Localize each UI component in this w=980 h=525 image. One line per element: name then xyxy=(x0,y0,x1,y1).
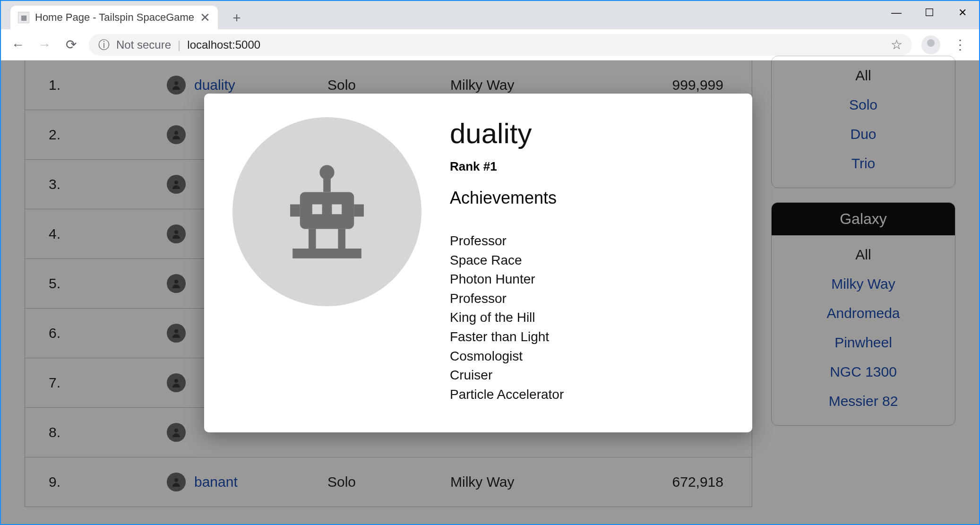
svg-rect-13 xyxy=(354,204,364,216)
forward-button[interactable]: → xyxy=(36,37,53,52)
profile-modal: duality Rank #1 Achievements ProfessorSp… xyxy=(204,94,752,432)
address-divider: | xyxy=(178,38,181,52)
reload-button[interactable]: ⟳ xyxy=(62,37,79,52)
svg-rect-14 xyxy=(312,204,322,214)
profile-avatar-icon[interactable] xyxy=(921,35,940,54)
browser-tab[interactable]: ▦ Home Page - Tailspin SpaceGame ✕ xyxy=(10,6,218,29)
svg-rect-17 xyxy=(338,229,345,251)
achievement-item: Particle Accelerator xyxy=(450,385,724,405)
profile-rank: Rank #1 xyxy=(450,159,724,174)
svg-rect-18 xyxy=(292,249,361,258)
svg-rect-12 xyxy=(290,204,300,216)
page-content: 1.dualitySoloMilky Way999,9992.3.4.5.6.7… xyxy=(1,60,979,524)
svg-rect-10 xyxy=(323,177,331,192)
security-status: Not secure xyxy=(116,38,171,52)
address-bar[interactable]: ⓘ Not secure | localhost:5000 ☆ xyxy=(89,34,912,56)
achievement-item: Faster than Light xyxy=(450,327,724,347)
achievement-item: Cruiser xyxy=(450,366,724,385)
close-window-button[interactable]: ✕ xyxy=(946,1,979,25)
achievement-item: Space Race xyxy=(450,251,724,270)
svg-rect-16 xyxy=(309,229,316,251)
tab-title: Home Page - Tailspin SpaceGame xyxy=(35,11,194,24)
url-text: localhost:5000 xyxy=(187,38,260,52)
svg-rect-15 xyxy=(332,204,342,214)
achievements-list: ProfessorSpace RacePhoton HunterProfesso… xyxy=(450,232,724,404)
svg-rect-11 xyxy=(300,192,354,229)
tab-favicon-icon: ▦ xyxy=(18,12,29,23)
back-button[interactable]: ← xyxy=(9,37,26,52)
menu-kebab-icon[interactable]: ⋮ xyxy=(950,37,971,52)
maximize-button[interactable]: ☐ xyxy=(913,1,946,25)
robot-icon xyxy=(266,150,388,273)
window-controls: — ☐ ✕ xyxy=(880,1,979,25)
achievement-item: Professor xyxy=(450,289,724,309)
achievement-item: Professor xyxy=(450,232,724,251)
info-icon[interactable]: ⓘ xyxy=(98,37,110,52)
profile-avatar xyxy=(232,117,421,306)
achievement-item: King of the Hill xyxy=(450,308,724,327)
profile-name: duality xyxy=(450,117,724,150)
browser-titlebar: ▦ Home Page - Tailspin SpaceGame ✕ + — ☐… xyxy=(1,1,979,29)
achievement-item: Photon Hunter xyxy=(450,270,724,289)
bookmark-star-icon[interactable]: ☆ xyxy=(891,37,903,52)
achievement-item: Cosmologist xyxy=(450,347,724,366)
minimize-button[interactable]: — xyxy=(880,1,913,25)
tab-close-icon[interactable]: ✕ xyxy=(200,10,210,25)
achievements-heading: Achievements xyxy=(450,188,724,208)
new-tab-button[interactable]: + xyxy=(227,9,246,27)
